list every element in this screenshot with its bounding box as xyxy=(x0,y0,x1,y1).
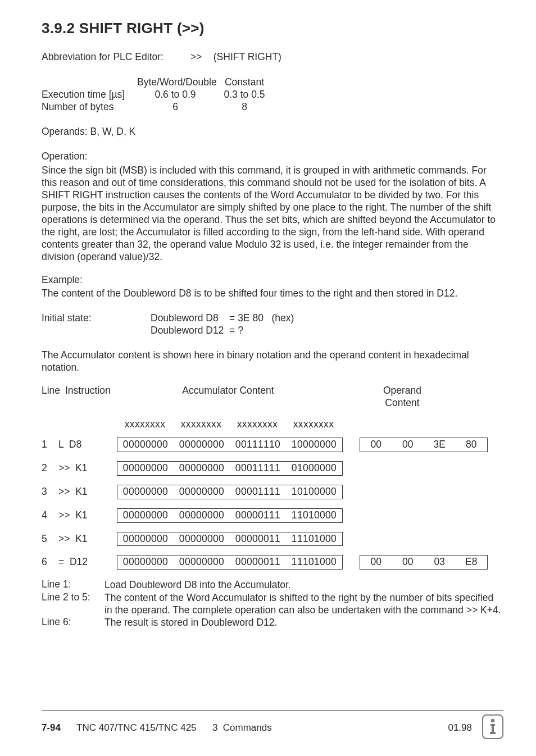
accu-ph: xxxxxxxx xyxy=(117,418,173,431)
example-text: The content of the Doubleword D8 is to b… xyxy=(42,288,503,300)
info-icon xyxy=(482,714,503,739)
accumulator-note: The Accumulator content is shown here in… xyxy=(42,349,503,374)
operands-line: Operands: B, W, D, K xyxy=(42,126,503,138)
hdr-instr: Instruction xyxy=(65,385,116,409)
note-row: Line 6: The result is stored in Doublewo… xyxy=(42,616,503,629)
op-byte: 03 xyxy=(424,556,456,568)
hdr-line: Line xyxy=(42,385,65,409)
accu-box: 00000000 00000000 00011111 01000000 xyxy=(117,461,343,476)
specs-value: 0.3 to 0.5 xyxy=(214,89,275,101)
specs-row-bytes: Number of bytes 6 8 xyxy=(42,101,503,113)
example-label: Example: xyxy=(42,274,503,286)
accu-byte: 00000000 xyxy=(174,439,230,451)
operation-section: Operation: Since the sign bit (MSB) is i… xyxy=(42,151,503,263)
specs-table: Byte/Word/Double Constant Execution time… xyxy=(42,76,503,113)
row-instr: >> K1 xyxy=(58,533,117,545)
op-byte: 00 xyxy=(392,439,424,451)
accu-byte: 11101000 xyxy=(286,533,342,545)
accu-byte: 11101000 xyxy=(286,556,342,568)
specs-header-row: Byte/Word/Double Constant xyxy=(42,76,503,89)
accu-byte: 00000000 xyxy=(117,439,174,451)
op-byte: 00 xyxy=(392,556,424,568)
svg-rect-2 xyxy=(492,724,494,733)
initial-d12: Doubleword D12 = ? xyxy=(151,325,294,337)
page-footer: 7-94 TNC 407/TNC 415/TNC 425 3 Commands … xyxy=(42,711,503,740)
row-instr: = D12 xyxy=(58,556,117,568)
trace-row: 2 >> K1 00000000 00000000 00011111 01000… xyxy=(42,461,503,476)
initial-d8: Doubleword D8 = 3E 80 (hex) xyxy=(151,312,294,325)
accu-box: 00000000 00000000 00111110 10000000 xyxy=(117,438,343,452)
row-instr: L D8 xyxy=(58,439,117,451)
accu-byte: 00000011 xyxy=(230,556,286,568)
specs-value: 6 xyxy=(137,101,214,113)
initial-state-label: Initial state: xyxy=(42,312,151,337)
operation-text: Since the sign bit (MSB) is included wit… xyxy=(42,164,503,263)
operation-label: Operation: xyxy=(42,151,503,163)
specs-label: Execution time [µs] xyxy=(42,89,137,101)
footer-date: 01.98 xyxy=(448,722,472,734)
trace-table: Line Instruction Accumulator Content Ope… xyxy=(42,385,503,570)
accu-byte: 00000000 xyxy=(117,533,174,545)
specs-value: 8 xyxy=(214,101,275,113)
accu-byte: 10100000 xyxy=(286,486,342,498)
abbreviation-row: Abbreviation for PLC Editor: >> (SHIFT R… xyxy=(42,51,503,63)
accu-byte: 00000000 xyxy=(117,462,174,475)
accu-byte: 10000000 xyxy=(286,439,342,451)
abbreviation-name: (SHIFT RIGHT) xyxy=(214,51,281,62)
note-label: Line 1: xyxy=(42,579,105,591)
accu-byte: 00000000 xyxy=(174,556,230,568)
op-byte: E8 xyxy=(456,556,488,568)
specs-label: Number of bytes xyxy=(42,101,137,113)
row-num: 5 xyxy=(42,533,58,545)
document-page: 3.9.2 SHIFT RIGHT (>>) Abbreviation for … xyxy=(0,0,536,756)
footer-chapter: TNC 407/TNC 415/TNC 425 3 Commands xyxy=(76,722,272,734)
accu-ph: xxxxxxxx xyxy=(285,418,342,431)
accu-byte: 00001111 xyxy=(230,486,286,498)
accu-byte: 01000000 xyxy=(286,462,342,475)
initial-state-values: Doubleword D8 = 3E 80 (hex) Doubleword D… xyxy=(151,312,294,337)
svg-rect-3 xyxy=(490,732,496,734)
trace-row: 1 L D8 00000000 00000000 00111110 100000… xyxy=(42,438,503,452)
accu-byte: 00000000 xyxy=(117,509,174,522)
op-byte: 80 xyxy=(456,439,488,451)
trace-header: Line Instruction Accumulator Content Ope… xyxy=(42,385,503,409)
accu-box: 00000000 00000000 00000011 11101000 xyxy=(117,532,343,546)
note-text: Load Doubleword D8 into the Accumulator. xyxy=(105,579,503,591)
note-label: Line 6: xyxy=(42,616,105,629)
note-text: The content of the Word Accumulator is s… xyxy=(105,591,503,617)
accu-box: 00000000 00000000 00001111 10100000 xyxy=(117,485,343,499)
row-instr: >> K1 xyxy=(58,509,117,522)
op-byte: 00 xyxy=(360,439,392,451)
accu-box: 00000000 00000000 00000011 11101000 xyxy=(117,555,343,570)
row-instr: >> K1 xyxy=(58,486,117,498)
row-num: 3 xyxy=(42,486,58,498)
abbreviation-label: Abbreviation for PLC Editor: xyxy=(42,51,188,63)
specs-value: 0.6 to 0.9 xyxy=(137,89,214,101)
example-section: Example: The content of the Doubleword D… xyxy=(42,274,503,300)
hdr-accu: Accumulator Content xyxy=(116,385,340,409)
op-byte: 00 xyxy=(360,556,392,568)
note-row: Line 2 to 5: The content of the Word Acc… xyxy=(42,591,503,617)
accu-ph: xxxxxxxx xyxy=(229,418,285,431)
row-num: 4 xyxy=(42,509,58,522)
note-text: The result is stored in Doubleword D12. xyxy=(105,616,503,629)
trace-row: 4 >> K1 00000000 00000000 00000111 11010… xyxy=(42,508,503,523)
specs-col-bwd: Byte/Word/Double xyxy=(137,76,214,89)
accu-byte: 11010000 xyxy=(286,509,342,522)
specs-row-exec: Execution time [µs] 0.6 to 0.9 0.3 to 0.… xyxy=(42,89,503,101)
specs-col-const: Constant xyxy=(214,76,275,89)
accu-box: 00000000 00000000 00000111 11010000 xyxy=(117,508,343,523)
operand-box: 00 00 03 E8 xyxy=(360,555,488,570)
accu-byte: 00000000 xyxy=(174,533,230,545)
row-num: 1 xyxy=(42,439,58,451)
accu-byte: 00000000 xyxy=(117,556,174,568)
row-num: 6 xyxy=(42,556,58,568)
footer-page: 7-94 xyxy=(42,722,61,734)
note-label: Line 2 to 5: xyxy=(42,591,105,617)
note-row: Line 1: Load Doubleword D8 into the Accu… xyxy=(42,579,503,591)
specs-empty xyxy=(42,76,137,89)
hdr-ops: Operand Content xyxy=(357,385,447,409)
trace-row: 5 >> K1 00000000 00000000 00000011 11101… xyxy=(42,532,503,546)
accu-byte: 00000111 xyxy=(230,509,286,522)
accu-byte: 00011111 xyxy=(230,462,286,475)
